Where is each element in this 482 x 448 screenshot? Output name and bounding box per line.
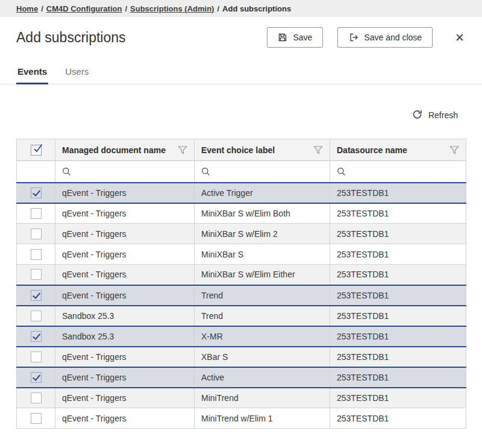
cell-managed-document-name: Sandbox 25.3 (55, 326, 195, 347)
filter-cell-datasource-name (330, 161, 466, 183)
cell-event-choice-label: Trend (195, 285, 330, 306)
table-row[interactable]: qEvent - Triggers MiniXBar S w/Elim Both… (17, 203, 466, 224)
row-checkbox-cell (17, 306, 55, 326)
cell-event-choice-label: MiniXBar S w/Elim Either (195, 265, 330, 285)
cell-datasource-name: 253TESTDB1 (330, 265, 466, 285)
breadcrumb-link-home[interactable]: Home (16, 4, 38, 13)
close-icon: ✕ (455, 31, 465, 44)
table-row[interactable]: qEvent - Triggers Active 253TESTDB1 (17, 367, 466, 388)
row-checkbox[interactable] (31, 393, 42, 403)
cell-datasource-name: 253TESTDB1 (330, 203, 466, 224)
save-and-close-icon (348, 33, 358, 42)
cell-event-choice-label: XBar S (195, 347, 330, 367)
cell-event-choice-label: Trend (195, 306, 330, 326)
header-row: Managed document name Event choice label (17, 139, 466, 161)
cell-event-choice-label: Active (195, 367, 330, 388)
search-icon (62, 167, 71, 176)
save-and-close-button-label: Save and close (364, 33, 422, 42)
table-row[interactable]: qEvent - Triggers MiniTrend w/Elim 1 253… (17, 408, 466, 429)
cell-datasource-name: 253TESTDB1 (330, 306, 466, 326)
table-row[interactable]: qEvent - Triggers MiniXBar S 253TESTDB1 (17, 244, 466, 265)
breadcrumb-link-cm4d-configuration[interactable]: CM4D Configuration (46, 4, 122, 13)
cell-managed-document-name: qEvent - Triggers (55, 244, 195, 265)
row-checkbox[interactable] (31, 290, 42, 301)
filter-icon[interactable] (449, 146, 459, 154)
row-checkbox[interactable] (31, 352, 42, 362)
table-row[interactable]: qEvent - Triggers MiniTrend 253TESTDB1 (17, 388, 466, 408)
header-bar: Add subscriptions Save (0, 27, 482, 48)
table-row[interactable]: Sandbox 25.3 X-MR 253TESTDB1 (17, 326, 466, 347)
cell-datasource-name: 253TESTDB1 (330, 183, 466, 203)
table-body: qEvent - Triggers Active Trigger 253TEST… (17, 183, 466, 429)
table-row[interactable]: qEvent - Triggers MiniXBar S w/Elim 2 25… (17, 224, 466, 244)
header-actions: Save Save and close ✕ (267, 27, 467, 48)
tab-events[interactable]: Events (16, 66, 48, 84)
column-header-managed-document-name[interactable]: Managed document name (55, 139, 195, 161)
row-checkbox[interactable] (31, 188, 42, 198)
row-checkbox[interactable] (31, 249, 42, 260)
table-row[interactable]: Sandbox 25.3 Trend 253TESTDB1 (17, 306, 466, 326)
row-checkbox[interactable] (31, 269, 42, 280)
row-checkbox-cell (17, 203, 55, 224)
table-row[interactable]: qEvent - Triggers Active Trigger 253TEST… (17, 183, 466, 203)
cell-managed-document-name: qEvent - Triggers (55, 347, 195, 367)
cell-managed-document-name: qEvent - Triggers (55, 265, 195, 285)
column-header-event-choice-label[interactable]: Event choice label (195, 139, 330, 161)
column-header-label: Event choice label (201, 145, 275, 155)
cell-managed-document-name: Sandbox 25.3 (55, 306, 195, 326)
cell-event-choice-label: MiniTrend (195, 388, 330, 408)
cell-datasource-name: 253TESTDB1 (330, 408, 466, 429)
table-row[interactable]: qEvent - Triggers MiniXBar S w/Elim Eith… (17, 265, 466, 285)
row-checkbox[interactable] (31, 229, 42, 239)
row-checkbox[interactable] (31, 311, 42, 321)
cell-managed-document-name: qEvent - Triggers (55, 285, 195, 306)
tab-users[interactable]: Users (64, 66, 90, 84)
row-checkbox-cell (17, 244, 55, 265)
row-checkbox[interactable] (31, 208, 42, 219)
cell-event-choice-label: MiniXBar S w/Elim Both (195, 203, 330, 224)
refresh-button[interactable]: Refresh (412, 109, 458, 122)
row-checkbox-cell (17, 388, 55, 408)
search-input-datasource-name[interactable] (350, 166, 459, 176)
save-button-label: Save (293, 33, 312, 42)
row-checkbox-cell (17, 285, 55, 306)
cell-event-choice-label: MiniXBar S w/Elim 2 (195, 224, 330, 244)
search-icon (201, 167, 210, 176)
cell-managed-document-name: qEvent - Triggers (55, 367, 195, 388)
breadcrumb-separator: / (125, 4, 127, 13)
save-and-close-button[interactable]: Save and close (337, 27, 433, 48)
row-checkbox-cell (17, 265, 55, 285)
breadcrumb-separator: / (217, 4, 219, 13)
select-all-checkbox[interactable] (31, 145, 42, 156)
row-checkbox-cell (17, 224, 55, 244)
search-input-event-choice-label[interactable] (214, 166, 323, 176)
save-icon (278, 33, 287, 42)
table-row[interactable]: qEvent - Triggers Trend 253TESTDB1 (17, 285, 466, 306)
cell-event-choice-label: X-MR (195, 326, 330, 347)
cell-datasource-name: 253TESTDB1 (330, 244, 466, 265)
filter-icon[interactable] (313, 146, 323, 154)
breadcrumb-link-subscriptions-admin[interactable]: Subscriptions (Admin) (130, 4, 214, 13)
cell-datasource-name: 253TESTDB1 (330, 224, 466, 244)
cell-managed-document-name: qEvent - Triggers (55, 388, 195, 408)
cell-datasource-name: 253TESTDB1 (330, 388, 466, 408)
search-icon (337, 167, 346, 176)
row-checkbox-cell (17, 347, 55, 367)
row-checkbox-cell (17, 183, 55, 203)
search-input-managed-document-name[interactable] (75, 166, 187, 176)
row-checkbox[interactable] (31, 372, 42, 383)
subscriptions-grid: Managed document name Event choice label (0, 139, 482, 429)
cell-managed-document-name: qEvent - Triggers (55, 408, 195, 429)
row-checkbox[interactable] (31, 413, 42, 424)
cell-event-choice-label: Active Trigger (195, 183, 330, 203)
filter-icon[interactable] (178, 146, 187, 154)
breadcrumb-separator: / (41, 4, 43, 13)
row-checkbox[interactable] (31, 331, 42, 342)
column-header-datasource-name[interactable]: Datasource name (330, 139, 466, 161)
save-button[interactable]: Save (267, 27, 323, 48)
close-button[interactable]: ✕ (452, 31, 467, 45)
breadcrumb-current: Add subscriptions (222, 4, 291, 13)
filter-row-empty-cell (17, 161, 55, 183)
table-row[interactable]: qEvent - Triggers XBar S 253TESTDB1 (17, 347, 466, 367)
cell-datasource-name: 253TESTDB1 (330, 285, 466, 306)
